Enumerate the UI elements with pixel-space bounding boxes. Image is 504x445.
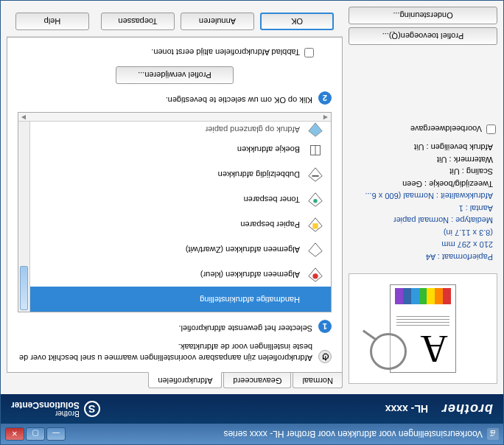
profile-item-glossy[interactable]: Afdruk op glanzend papier [18,122,331,136]
glossy-icon [307,122,323,138]
step-2-text: Klik op OK om uw selectie te bevestigen. [166,96,312,105]
print-preferences-window: 🖨 Voorkeursinstellingen voor afdrukken v… [0,0,504,445]
profile-item-save-toner[interactable]: Toner besparen [18,186,331,211]
window-controls: — ▢ ✕ [5,427,66,441]
always-show-label: Tabblad Afdrukprofielen altijd eerst ton… [151,49,300,57]
content-area: A Papierformaat : A4 210 x 297 mm (8.3 x… [1,1,503,394]
right-panel: Normaal Geavanceerd Afdrukprofielen ⏱ Af… [7,7,343,388]
step-2-row: 2 Klik op OK om uw selectie te bevestige… [18,91,332,105]
brand-logo: brother [441,402,493,417]
profiles-listbox[interactable]: Handmatige afdrukinstelling Algemeen afd… [18,112,332,312]
svg-point-6 [313,199,318,203]
left-panel: A Papierformaat : A4 210 x 297 mm (8.3 x… [349,7,497,388]
step-1-row: 1 Selecteer het gewenste afdrukprofiel. [18,320,332,333]
step-1-icon: 1 [318,320,332,333]
help-button[interactable]: Help [15,13,89,30]
svg-marker-2 [309,243,322,256]
support-button[interactable]: Ondersteuning... [349,7,497,24]
settings-summary: Papierformaat : A4 210 x 297 mm (8.3 x 1… [349,140,497,264]
minimize-button[interactable]: — [46,427,66,441]
profile-item-booklet[interactable]: Boekje afdrukken [18,136,331,161]
titlebar: 🖨 Voorkeursinstellingen voor afdrukken v… [1,424,503,444]
preview-checkbox-label: Voorbeeldweergave [410,125,482,134]
tab-advanced[interactable]: Geavanceerd [223,372,291,388]
profile-item-duplex[interactable]: Dubbelzijdig afdrukken [18,161,331,186]
dialog-buttons: OK Annuleren Toepassen Help [7,7,343,37]
profile-item-general-bw[interactable]: Algemeen afdrukken (Zwart/wit) [18,236,331,262]
blank-icon [307,292,323,308]
preview-checkbox[interactable] [486,125,496,134]
model-label: HL- xxxx [385,403,428,415]
solutions-center-link[interactable]: S Brother SolutionsCenter [11,400,100,418]
intro-text: Afdrukprofielen zijn aanpasbare voorinst… [18,340,312,363]
solutions-icon: S [84,401,100,417]
svg-marker-7 [309,168,322,181]
cancel-button[interactable]: Annuleren [181,13,254,30]
profile-item-manual[interactable]: Handmatige afdrukinstelling [18,287,331,312]
brand-bar: brother HL- xxxx S Brother SolutionsCent… [1,394,503,424]
ok-button[interactable]: OK [260,13,334,30]
svg-rect-4 [312,223,318,228]
maximize-button[interactable]: ▢ [26,427,45,441]
profiles-panel: ⏱ Afdrukprofielen zijn aanpasbare voorin… [7,37,343,373]
diamond-bw-icon [307,242,323,258]
close-button[interactable]: ✕ [5,427,24,441]
scroll-hint: ◀▶ [18,113,331,122]
svg-point-1 [312,273,318,278]
tab-profiles[interactable]: Afdrukprofielen [148,372,222,388]
always-show-row[interactable]: Tabblad Afdrukprofielen altijd eerst ton… [18,46,332,59]
profile-item-general-color[interactable]: Algemeen afdrukken (kleur) [18,262,331,287]
app-icon: 🖨 [487,428,499,440]
page-preview: A [349,273,497,384]
delete-profile-button[interactable]: Profiel verwijderen... [116,66,234,84]
apply-button[interactable]: Toepassen [101,13,175,30]
always-show-checkbox[interactable] [304,48,314,57]
profile-item-save-paper[interactable]: Papier besparen [18,211,331,236]
tabs: Normaal Geavanceerd Afdrukprofielen [7,372,343,388]
step-2-icon: 2 [318,91,332,105]
tab-normal[interactable]: Normaal [293,372,343,388]
diamond-color-icon [307,267,323,283]
magnifier-icon [370,333,407,370]
duplex-icon [307,167,323,183]
preview-checkbox-row[interactable]: Voorbeeldweergave [349,122,497,137]
add-profile-button[interactable]: Profiel toevoegen(Q)... [349,27,497,45]
clock-icon: ⏱ [318,350,332,363]
window-title: Voorkeursinstellingen voor afdrukken voo… [66,429,483,439]
list-scrollbar[interactable] [18,122,30,312]
intro-text-row: ⏱ Afdrukprofielen zijn aanpasbare voorin… [18,340,332,363]
step-1-text: Selecteer het gewenste afdrukprofiel. [178,324,312,333]
svg-marker-10 [309,123,322,136]
booklet-icon [307,141,323,158]
save-paper-icon [307,217,323,233]
save-toner-icon [307,192,323,208]
